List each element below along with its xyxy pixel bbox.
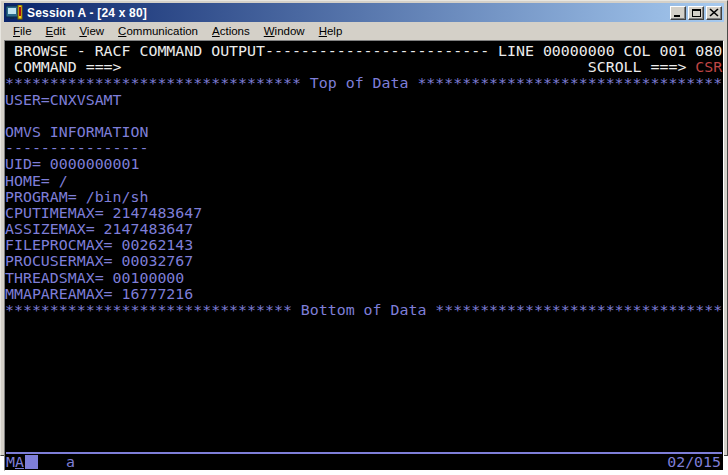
- terminal-row: ----------------: [5, 140, 723, 156]
- terminal-row: ASSIZEMAX= 2147483647: [5, 221, 723, 237]
- menu-item-window[interactable]: Window: [257, 23, 312, 40]
- terminal-row: [5, 367, 723, 383]
- terminal-row: UID= 0000000001: [5, 156, 723, 172]
- menubar: FileEditViewCommunicationActionsWindowHe…: [4, 22, 724, 40]
- terminal-row: [5, 415, 723, 431]
- cursor-position: 02/015: [667, 453, 721, 471]
- menu-item-file[interactable]: File: [6, 23, 39, 40]
- maximize-button[interactable]: [688, 6, 704, 20]
- terminal-row: CPUTIMEMAX= 2147483647: [5, 205, 723, 221]
- terminal-row: BROWSE - RACF COMMAND OUTPUT------------…: [5, 43, 723, 59]
- terminal-row: THREADSMAX= 00100000: [5, 270, 723, 286]
- terminal-frame: BROWSE - RACF COMMAND OUTPUT------------…: [4, 40, 724, 471]
- terminal-row: USER=CNXVSAMT: [5, 92, 723, 108]
- terminal-screen[interactable]: BROWSE - RACF COMMAND OUTPUT------------…: [5, 41, 723, 452]
- oia-block-icon: [25, 455, 38, 469]
- terminal-row: ********************************* Top of…: [5, 75, 723, 91]
- oia-status-indicator: MA: [6, 453, 24, 471]
- terminal-row: [5, 318, 723, 334]
- terminal-row: FILEPROCMAX= 00262143: [5, 237, 723, 253]
- window-title: Session A - [24 x 80]: [27, 6, 666, 20]
- terminal-row: HOME= /: [5, 173, 723, 189]
- terminal-row: [5, 334, 723, 350]
- terminal-row: [5, 399, 723, 415]
- menu-item-help[interactable]: Help: [312, 23, 350, 40]
- app-icon: [6, 5, 23, 20]
- menu-item-edit[interactable]: Edit: [39, 23, 73, 40]
- terminal-row: OMVS INFORMATION: [5, 124, 723, 140]
- window-controls: [670, 6, 722, 20]
- terminal-row: PROCUSERMAX= 00032767: [5, 253, 723, 269]
- terminal-row: [5, 383, 723, 399]
- menu-item-actions[interactable]: Actions: [205, 23, 257, 40]
- terminal-row: [5, 351, 723, 367]
- session-window: Session A - [24 x 80] FileEditViewCommun…: [0, 0, 728, 456]
- minimize-icon: [674, 15, 680, 17]
- oia-typeahead: a: [66, 453, 75, 471]
- terminal-row: PROGRAM= /bin/sh: [5, 189, 723, 205]
- terminal-row: MMAPAREAMAX= 16777216: [5, 286, 723, 302]
- terminal-row: COMMAND ===> _ SCROLL ===> CSR: [5, 59, 723, 75]
- terminal-row: ******************************** Bottom …: [5, 302, 723, 318]
- minimize-button[interactable]: [670, 6, 686, 20]
- menu-item-communication[interactable]: Communication: [111, 23, 205, 40]
- maximize-icon: [692, 9, 701, 17]
- terminal-row: [5, 108, 723, 124]
- close-icon: [709, 8, 719, 17]
- close-button[interactable]: [706, 6, 722, 20]
- titlebar[interactable]: Session A - [24 x 80]: [4, 3, 724, 22]
- oia-left: MA a: [6, 453, 75, 471]
- menu-item-view[interactable]: View: [72, 23, 111, 40]
- oia-status-bar: MA a 02/015: [5, 454, 723, 470]
